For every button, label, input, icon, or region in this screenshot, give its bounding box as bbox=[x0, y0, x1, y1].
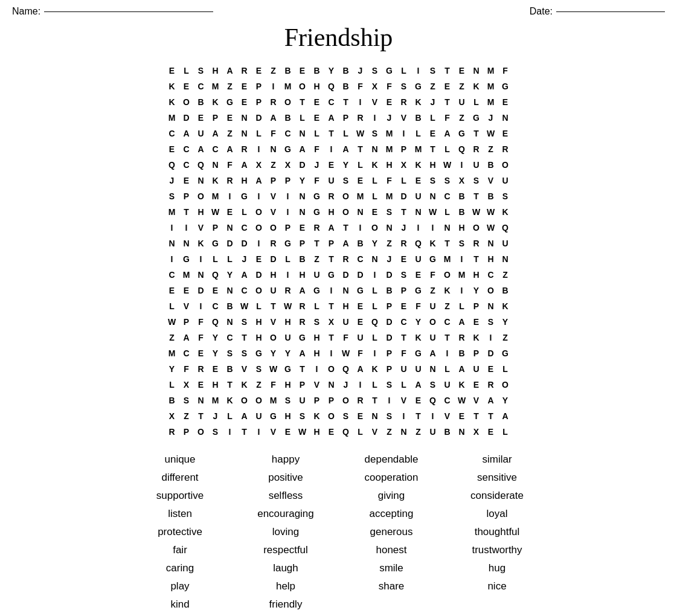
grid-cell: E bbox=[324, 157, 339, 173]
grid-cell: P bbox=[266, 173, 281, 188]
grid-cell: I bbox=[353, 220, 368, 236]
grid-cell: E bbox=[455, 63, 469, 79]
grid-cell: S bbox=[382, 204, 397, 220]
grid-cell: D bbox=[252, 267, 266, 283]
grid-cell: I bbox=[266, 79, 281, 94]
grid-cell: T bbox=[237, 330, 252, 345]
word-item: encouraging bbox=[233, 506, 339, 522]
grid-cell: X bbox=[179, 377, 194, 393]
grid-cell: A bbox=[179, 126, 194, 141]
grid-cell: L bbox=[223, 408, 237, 424]
grid-cell: D bbox=[484, 345, 498, 361]
grid-cell: C bbox=[440, 393, 455, 408]
grid-cell: S bbox=[426, 63, 440, 79]
grid-cell: U bbox=[411, 361, 426, 377]
grid-cell: N bbox=[469, 63, 484, 79]
grid-cell: N bbox=[498, 110, 513, 126]
grid-cell: B bbox=[484, 157, 498, 173]
grid-cell: K bbox=[165, 94, 179, 110]
grid-cell: M bbox=[266, 393, 281, 408]
grid-cell: X bbox=[252, 157, 266, 173]
grid-cell: J bbox=[208, 408, 223, 424]
grid-cell: C bbox=[223, 330, 237, 345]
grid-cell: E bbox=[281, 424, 295, 440]
grid-cell: N bbox=[165, 236, 179, 251]
grid-cell: L bbox=[281, 251, 295, 267]
grid-cell: Q bbox=[194, 157, 208, 173]
grid-cell: F bbox=[339, 330, 353, 345]
grid-cell: S bbox=[368, 126, 382, 141]
grid-cell: A bbox=[295, 141, 310, 157]
grid-cell: T bbox=[339, 220, 353, 236]
grid-cell: L bbox=[295, 110, 310, 126]
grid-cell: S bbox=[498, 188, 513, 204]
grid-cell: J bbox=[310, 157, 324, 173]
grid-cell: G bbox=[310, 188, 324, 204]
grid-cell: B bbox=[281, 63, 295, 79]
grid-cell: B bbox=[484, 188, 498, 204]
grid-cell: I bbox=[353, 377, 368, 393]
grid-cell: Z bbox=[223, 79, 237, 94]
grid-cell: C bbox=[484, 267, 498, 283]
grid-cell: N bbox=[295, 188, 310, 204]
grid-cell: P bbox=[179, 424, 194, 440]
grid-cell: O bbox=[426, 314, 440, 330]
grid-cell: H bbox=[295, 267, 310, 283]
grid-cell: R bbox=[237, 63, 252, 79]
grid-cell: I bbox=[455, 157, 469, 173]
grid-cell: J bbox=[382, 251, 397, 267]
grid-cell: E bbox=[237, 79, 252, 94]
date-label: Date: bbox=[530, 6, 553, 17]
grid-cell: A bbox=[411, 377, 426, 393]
word-item: share bbox=[339, 579, 444, 594]
grid-cell: U bbox=[426, 424, 440, 440]
grid-cell: W bbox=[484, 126, 498, 141]
grid-cell: N bbox=[440, 220, 455, 236]
grid-cell: L bbox=[165, 377, 179, 393]
grid-cell: G bbox=[498, 79, 513, 94]
grid-cell: I bbox=[252, 188, 266, 204]
grid-cell: M bbox=[165, 110, 179, 126]
grid-cell: G bbox=[411, 345, 426, 361]
grid-cell: S bbox=[368, 63, 382, 79]
grid-cell: R bbox=[281, 283, 295, 298]
grid-cell: P bbox=[324, 236, 339, 251]
grid-cell: O bbox=[368, 220, 382, 236]
grid-cell: G bbox=[281, 361, 295, 377]
grid-cell: E bbox=[223, 110, 237, 126]
grid-cell: W bbox=[455, 393, 469, 408]
grid-cell: Q bbox=[208, 314, 223, 330]
grid-cell: Y bbox=[411, 314, 426, 330]
grid-cell: M bbox=[382, 188, 397, 204]
grid-cell: T bbox=[310, 236, 324, 251]
grid-cell: Y bbox=[469, 283, 484, 298]
grid-cell: E bbox=[353, 173, 368, 188]
grid-cell: W bbox=[469, 204, 484, 220]
grid-cell: E bbox=[397, 298, 411, 314]
grid-cell: B bbox=[223, 361, 237, 377]
name-section: Name: bbox=[12, 6, 213, 17]
grid-cell: N bbox=[324, 377, 339, 393]
grid-cell: D bbox=[382, 267, 397, 283]
grid-cell: B bbox=[223, 298, 237, 314]
grid-cell: K bbox=[411, 330, 426, 345]
grid-cell: A bbox=[339, 141, 353, 157]
grid-cell: R bbox=[498, 141, 513, 157]
grid-cell: W bbox=[484, 204, 498, 220]
page-title: Friendship bbox=[12, 23, 665, 52]
grid-cell: V bbox=[440, 408, 455, 424]
grid-cell: W bbox=[440, 157, 455, 173]
grid-cell: K bbox=[208, 94, 223, 110]
grid-cell: U bbox=[266, 283, 281, 298]
grid-cell: W bbox=[237, 298, 252, 314]
grid-cell: P bbox=[324, 393, 339, 408]
grid-cell: P bbox=[252, 94, 266, 110]
grid-cell: L bbox=[252, 298, 266, 314]
grid-cell: T bbox=[295, 94, 310, 110]
grid-cell: I bbox=[252, 141, 266, 157]
grid-cell: C bbox=[165, 267, 179, 283]
grid-cell: K bbox=[411, 94, 426, 110]
grid-cell: W bbox=[426, 204, 440, 220]
grid-cell: L bbox=[498, 361, 513, 377]
grid-cell: E bbox=[208, 283, 223, 298]
